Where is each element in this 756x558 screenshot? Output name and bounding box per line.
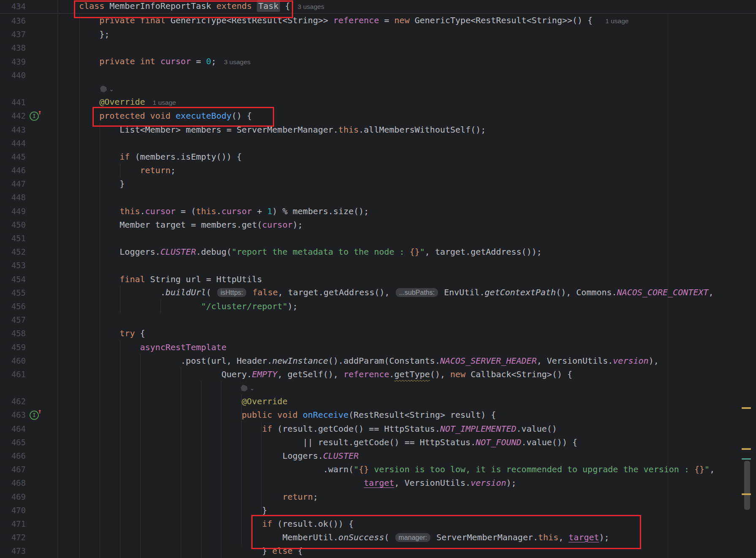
gutter[interactable]: 471 — [0, 517, 58, 531]
line-number[interactable]: 472 — [0, 531, 26, 544]
gutter[interactable]: 466 — [0, 449, 58, 463]
line-number[interactable]: 447 — [0, 177, 26, 191]
parameter-inlay-hint[interactable]: ...subPaths: — [396, 288, 438, 297]
gutter[interactable]: 469 — [0, 490, 58, 504]
line-number[interactable]: 460 — [0, 354, 26, 367]
line-number[interactable]: 469 — [0, 490, 26, 504]
code-vision-inlay-row[interactable]: ⌄ — [0, 82, 756, 95]
line-number[interactable]: 453 — [0, 259, 26, 272]
line-number[interactable]: 449 — [0, 204, 26, 218]
code-line[interactable]: 459 asyncRestTemplate — [0, 340, 756, 354]
line-number[interactable]: 464 — [0, 422, 26, 436]
gutter[interactable]: 473 — [0, 544, 58, 558]
chevron-down-icon[interactable]: ⌄ — [250, 385, 255, 392]
warning-stripe-mark[interactable] — [742, 448, 751, 450]
code-line[interactable]: 437 }; — [0, 27, 756, 41]
line-number[interactable]: 445 — [0, 150, 26, 163]
warning-stripe-mark[interactable] — [742, 493, 751, 495]
code-line[interactable]: 469 return; — [0, 490, 756, 504]
line-number[interactable]: 468 — [0, 476, 26, 490]
gutter[interactable]: 453 — [0, 259, 58, 272]
line-number[interactable]: 459 — [0, 340, 26, 354]
gutter[interactable]: 472 — [0, 531, 58, 544]
line-number[interactable]: 457 — [0, 313, 26, 327]
code-line[interactable]: 460 .post(url, Header.newInstance().addP… — [0, 354, 756, 367]
usages-hint[interactable]: 3 usages — [298, 3, 324, 10]
code-line[interactable]: 440 — [0, 68, 756, 82]
code-line[interactable]: 455 .buildUrl( isHttps: false, target.ge… — [0, 286, 756, 299]
gutter[interactable]: 439 — [0, 55, 58, 68]
gutter[interactable]: 451 — [0, 231, 58, 245]
usages-hint[interactable]: 3 usages — [224, 58, 250, 65]
line-number[interactable]: 458 — [0, 327, 26, 340]
gutter[interactable]: 436 — [0, 14, 58, 27]
warning-stripe-mark[interactable] — [742, 407, 751, 409]
code-vision-inlay-row[interactable]: ⌄ — [0, 381, 756, 395]
code-line[interactable]: 444 — [0, 136, 756, 150]
line-number[interactable]: 456 — [0, 299, 26, 313]
line-number[interactable]: 441 — [0, 95, 26, 109]
line-number[interactable]: 466 — [0, 449, 26, 463]
gutter[interactable]: 462 — [0, 395, 58, 408]
parameter-inlay-hint[interactable]: isHttps: — [217, 288, 246, 297]
gutter[interactable]: 467 — [0, 463, 58, 476]
gutter[interactable]: 450 — [0, 218, 58, 231]
gutter[interactable]: 440 — [0, 68, 58, 82]
line-number[interactable]: 436 — [0, 14, 26, 27]
overrides-method-icon[interactable]: I — [30, 411, 39, 420]
gutter[interactable]: 434 — [0, 0, 58, 13]
code-line[interactable]: 438 — [0, 41, 756, 54]
line-number[interactable]: 451 — [0, 231, 26, 245]
line-number[interactable]: 471 — [0, 517, 26, 531]
line-number[interactable]: 454 — [0, 272, 26, 286]
gutter[interactable]: 442I — [0, 109, 58, 122]
code-vision-settings-icon[interactable] — [100, 86, 107, 93]
gutter[interactable]: 455 — [0, 286, 58, 299]
line-number[interactable]: 438 — [0, 41, 26, 54]
scrollbar-thumb[interactable] — [744, 461, 750, 510]
code-line[interactable]: 449 this.cursor = (this.cursor + 1) % me… — [0, 204, 756, 218]
code-line[interactable]: 448 — [0, 191, 756, 204]
line-number[interactable]: 443 — [0, 123, 26, 136]
gutter[interactable]: 444 — [0, 136, 58, 150]
gutter[interactable]: 447 — [0, 177, 58, 191]
gutter[interactable]: 441 — [0, 95, 58, 109]
code-line[interactable]: 468 target, VersionUtils.version); — [0, 476, 756, 490]
line-number[interactable]: 450 — [0, 218, 26, 231]
code-line[interactable]: 458 try { — [0, 327, 756, 340]
code-line[interactable]: 461 Query.EMPTY, getSelf(), reference.ge… — [0, 367, 756, 381]
gutter[interactable]: 460 — [0, 354, 58, 367]
code-line[interactable]: 462 @Override — [0, 395, 756, 408]
code-line[interactable]: 456 "/cluster/report"); — [0, 299, 756, 313]
gutter[interactable] — [0, 82, 58, 95]
code-line[interactable]: 457 — [0, 313, 756, 327]
gutter[interactable]: 468 — [0, 476, 58, 490]
info-stripe-mark[interactable] — [742, 458, 751, 460]
code-line[interactable]: 466 Loggers.CLUSTER — [0, 449, 756, 463]
line-number[interactable]: 440 — [0, 68, 26, 82]
gutter[interactable]: 465 — [0, 436, 58, 449]
gutter[interactable]: 454 — [0, 272, 58, 286]
line-number[interactable]: 467 — [0, 463, 26, 476]
code-vision-settings-icon[interactable] — [241, 385, 247, 392]
line-number[interactable]: 463 — [0, 408, 26, 422]
line-number[interactable]: 473 — [0, 544, 26, 558]
line-number[interactable]: 462 — [0, 395, 26, 408]
line-number[interactable]: 448 — [0, 191, 26, 204]
gutter[interactable]: 438 — [0, 41, 58, 54]
code-line[interactable]: 465 || result.getCode() == HttpStatus.NO… — [0, 436, 756, 449]
line-number[interactable]: 470 — [0, 504, 26, 517]
line-number[interactable]: 434 — [0, 0, 26, 13]
line-number[interactable]: 446 — [0, 163, 26, 177]
code-line[interactable]: 447 } — [0, 177, 756, 191]
line-number[interactable]: 437 — [0, 27, 26, 41]
gutter[interactable]: 463I — [0, 408, 58, 422]
gutter[interactable] — [0, 381, 58, 395]
code-line[interactable]: 445 if (members.isEmpty()) { — [0, 150, 756, 163]
gutter[interactable]: 459 — [0, 340, 58, 354]
line-number[interactable]: 455 — [0, 286, 26, 299]
error-stripe[interactable] — [737, 0, 756, 558]
gutter[interactable]: 461 — [0, 367, 58, 381]
overrides-method-icon[interactable]: I — [30, 112, 39, 121]
line-number[interactable]: 452 — [0, 245, 26, 259]
